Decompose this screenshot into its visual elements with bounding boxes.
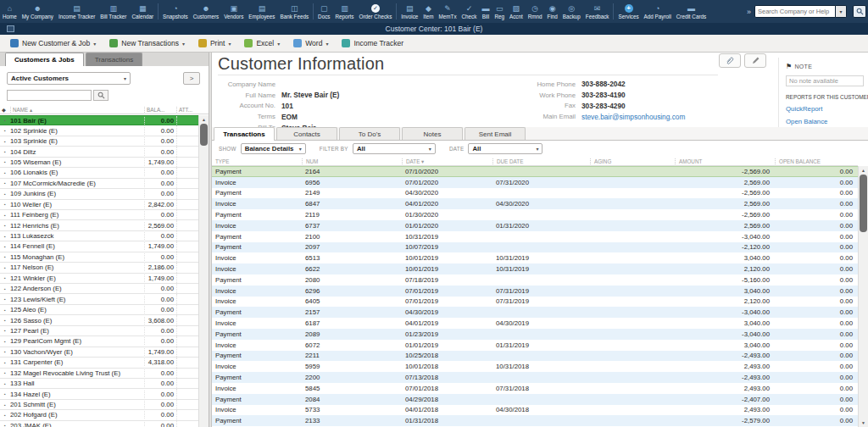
open-balance-link[interactable]: Open Balance [786,118,863,125]
transaction-row[interactable]: Payment216407/10/2020-2,569.000.00 [212,166,858,177]
tab-transactions[interactable]: Transactions [86,53,143,66]
customer-row[interactable]: ▪112 Henrichs (E)2,569.00 [0,220,198,230]
attach-column-header[interactable]: ATT... [176,107,198,113]
customer-row[interactable]: ▪115 Monaghan (E)0.00 [0,252,198,263]
transaction-row[interactable]: Payment208901/23/2019-3,040.000.00 [212,329,858,340]
transaction-row[interactable]: Invoice684704/01/202004/30/20202,569.000… [212,198,858,209]
transaction-row[interactable]: Invoice695607/01/202007/31/20202,569.000… [212,177,858,188]
customer-row[interactable]: ▪130 Vachon/Wyer (E)1,749.00 [0,347,198,358]
customer-row[interactable]: ▪201 Schmitt (E)0.00 [0,400,198,410]
column-header-num[interactable]: NUM [302,158,402,164]
customer-view-dropdown[interactable]: Active Customers ▾ [7,72,131,85]
customer-row[interactable]: ▪114 Fennell (E)1,749.00 [0,241,198,252]
transaction-row[interactable]: Payment221110/25/2018-2,493.000.00 [212,351,858,362]
customer-list-scrollbar[interactable]: ▲ [198,115,209,427]
scroll-down-icon[interactable]: ▼ [859,419,868,427]
toolbar-item-bill[interactable]: ▬Bill [479,0,492,23]
transaction-row[interactable]: Payment214904/30/2020-2,569.000.00 [212,188,858,199]
column-header-aging[interactable]: AGING [590,158,675,164]
customer-row[interactable]: ▪102 Sprinkle (E)0.00 [0,125,198,136]
customer-row[interactable]: ▪133 Hall0.00 [0,379,198,389]
action-new-customer-job[interactable]: New Customer & Job▾ [10,39,96,47]
transaction-row[interactable]: Payment210010/31/2019-3,040.000.00 [212,231,858,242]
toolbar-item-snapshots[interactable]: ◔Snapshots [160,0,191,23]
toolbar-item-credit-cards[interactable]: ▬Credit Cards [674,0,709,23]
customer-row[interactable]: ▪109 Junkins (E)0.00 [0,189,198,199]
transaction-row[interactable]: Invoice662210/01/201910/31/20192,120.000… [212,263,858,274]
search-dropdown-arrow-icon[interactable]: ▾ [836,5,847,18]
scroll-up-icon[interactable]: ▲ [199,115,209,124]
toolbar-overflow-chevron[interactable]: » [747,8,751,16]
toolbar-item-find[interactable]: ◉Find [545,0,560,23]
tab-transactions[interactable]: Transactions [214,127,275,141]
customer-row[interactable]: ▪117 Nelson (E)2,186.00 [0,263,198,273]
transaction-row[interactable]: Payment209710/07/2019-2,120.000.00 [212,242,858,253]
column-header-amount[interactable]: AMOUNT [675,158,775,164]
filter-dropdown-filter-by[interactable]: All▾ [353,143,436,154]
customer-row[interactable]: ▪106 Lionakis (E)0.00 [0,168,198,178]
customer-row[interactable]: ▪131 Carpenter (E)4,318.00 [0,358,198,368]
customer-list-header[interactable]: ◆ NAME ▴ BALA... ATT... [0,106,209,114]
search-go-button[interactable] [853,5,866,18]
tab-to-do-s[interactable]: To Do's [339,127,400,140]
transaction-row[interactable]: Invoice651310/01/201910/31/20193,040.000… [212,252,858,263]
toolbar-item-reports[interactable]: ▥Reports [332,0,356,23]
toolbar-item-feedback[interactable]: ✉Feedback [583,0,612,23]
customer-row[interactable]: ▪107 McCormick/Macredie (E)0.00 [0,179,198,189]
action-new-transactions[interactable]: New Transactions▾ [109,39,185,47]
transaction-row[interactable]: Payment213301/31/2018-2,579.000.00 [212,415,858,426]
scroll-up-icon[interactable]: ▲ [859,166,868,175]
filter-dropdown-show[interactable]: Balance Details▾ [241,143,306,154]
note-box[interactable]: No note available [786,75,864,86]
toolbar-item-order-checks[interactable]: ✓Order Checks [357,0,395,23]
scrollbar-thumb[interactable] [860,175,867,232]
customer-row[interactable]: ▪105 Wiseman (E)1,749.00 [0,158,198,168]
transaction-row[interactable]: Payment208007/18/2019-5,160.000.00 [212,274,858,286]
customer-row[interactable]: ▪126 Sasso (E)3,608.00 [0,315,198,325]
action-income-tracker[interactable]: Income Tracker [342,39,403,47]
toolbar-item-rmnd[interactable]: ◷Rmnd [526,0,545,23]
filter-dropdown-date[interactable]: All▾ [468,143,542,154]
toolbar-item-my-company[interactable]: ☻My Company [19,0,56,23]
toolbar-item-employees[interactable]: ▤Employees [246,0,277,23]
transaction-row[interactable]: Invoice629607/01/201907/31/20193,040.000… [212,286,858,297]
customer-row[interactable]: ▪122 Anderson (E)0.00 [0,284,198,294]
transaction-row[interactable]: Invoice584507/01/201807/31/20182,493.000… [212,383,858,394]
customer-row[interactable]: ▪132 Magel Revocable Living Trust (E)0.0… [0,369,198,379]
toolbar-item-income-tracker[interactable]: ▤Income Tracker [56,0,97,23]
toolbar-item-customers[interactable]: ☻Customers [191,0,221,23]
transaction-row[interactable]: Payment220007/13/2018-2,493.000.00 [212,372,858,383]
transaction-row[interactable]: Payment211901/30/2020-2,569.000.00 [212,209,858,220]
customer-row[interactable]: ▪101 Bair (E)0.00 [0,115,198,125]
transaction-row[interactable]: Payment215704/30/2019-3,040.000.00 [212,307,858,318]
toolbar-item-docs[interactable]: ▢Docs [315,0,332,23]
transaction-row[interactable]: Payment208404/29/2018-2,407.000.00 [212,394,858,405]
edit-customer-button[interactable] [744,53,766,68]
transaction-row[interactable]: Invoice673701/01/202001/31/20202,569.000… [212,220,858,231]
customer-row[interactable]: ▪127 Pearl (E)0.00 [0,326,198,336]
collapse-panel-button[interactable]: > [183,72,200,85]
customer-search-button[interactable] [93,90,108,101]
toolbar-item-reg[interactable]: ▭Reg [492,0,507,23]
customer-row[interactable]: ▪121 Winkler (E)1,749.00 [0,274,198,284]
customer-row[interactable]: ▪104 Diltz0.00 [0,147,198,157]
customer-row[interactable]: ▪111 Feinberg (E)0.00 [0,210,198,220]
tab-customers-jobs[interactable]: Customers & Jobs [5,53,84,66]
quickreport-link[interactable]: QuickReport [786,105,863,113]
column-header-type[interactable]: TYPE [212,158,302,164]
action-word[interactable]: Word▾ [293,39,328,47]
customer-row[interactable]: ▪103 Sprinkle (E)0.00 [0,136,198,147]
toolbar-item-backup[interactable]: ◎Backup [560,0,583,23]
toolbar-item-calendar[interactable]: ▦Calendar [129,0,156,23]
attach-file-button[interactable] [719,53,741,68]
toolbar-item-invoice[interactable]: ▤Invoice [398,0,420,23]
customer-row[interactable]: ▪113 Lukasezck0.00 [0,231,198,241]
customer-search-input[interactable] [7,90,92,101]
transaction-row[interactable]: Invoice607201/01/201901/31/20193,040.000… [212,340,858,351]
toolbar-item-item[interactable]: ◆Item [420,0,436,23]
toolbar-item-check[interactable]: ✓Check [459,0,480,23]
toolbar-item-memtx[interactable]: ✎MemTx [437,0,459,23]
transactions-table-header[interactable]: TYPENUMDATE ▾DUE DATEAGINGAMOUNTOPEN BAL… [212,157,858,166]
tab-contacts[interactable]: Contacts [276,127,337,140]
toolbar-item-services[interactable]: +Services [615,0,641,23]
